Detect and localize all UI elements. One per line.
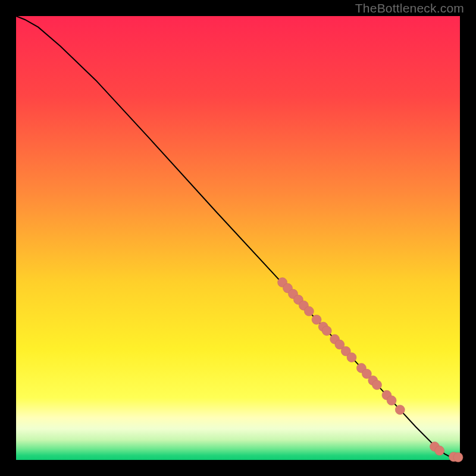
data-dot: [372, 380, 382, 390]
data-dot: [387, 396, 396, 405]
watermark-text: TheBottleneck.com: [355, 1, 464, 15]
plot-background: [16, 16, 460, 460]
data-dot: [322, 326, 331, 336]
bottleneck-chart: [0, 0, 476, 476]
data-dot: [347, 353, 356, 362]
data-dot: [435, 446, 444, 455]
data-dot: [453, 453, 463, 462]
data-dot: [395, 405, 405, 415]
chart-container: { "watermark": "TheBottleneck.com", "col…: [0, 0, 476, 476]
data-dot: [312, 315, 321, 324]
data-dot: [304, 306, 314, 316]
